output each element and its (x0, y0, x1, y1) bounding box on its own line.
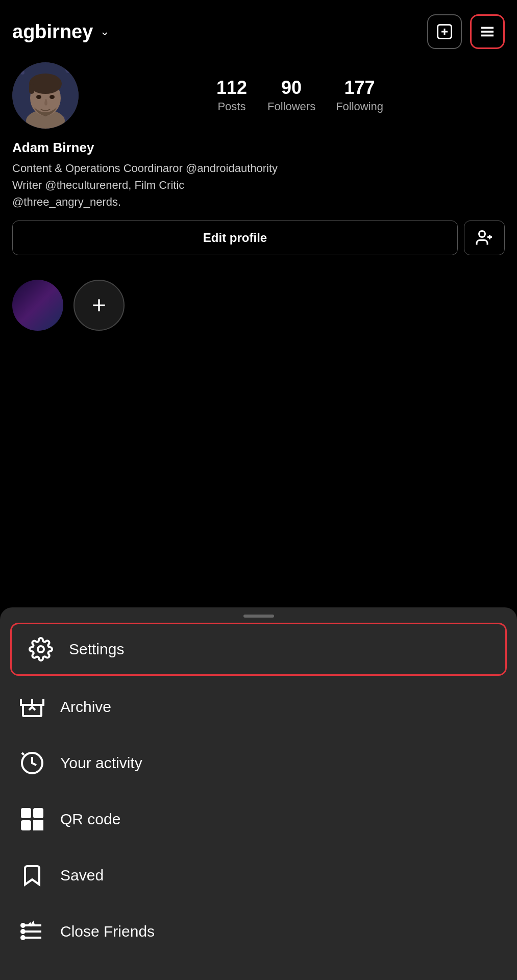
highlight-circle-story[interactable] (12, 280, 63, 331)
followers-stat[interactable]: 90 Followers (267, 78, 315, 113)
add-highlight-icon: + (92, 293, 106, 317)
posts-stat[interactable]: 112 Posts (216, 78, 247, 113)
highlight-story[interactable] (12, 280, 63, 331)
svg-rect-30 (34, 826, 37, 829)
action-buttons: Edit profile (12, 220, 505, 255)
svg-rect-28 (34, 821, 37, 824)
followers-label: Followers (267, 100, 315, 113)
highlight-circle-add[interactable]: + (73, 280, 125, 331)
add-post-button[interactable] (427, 14, 462, 49)
menu-item-close-friends[interactable]: Close Friends (0, 903, 517, 960)
your-activity-label: Your activity (60, 754, 142, 772)
svg-point-14 (36, 95, 41, 99)
following-label: Following (336, 100, 383, 113)
qr-code-icon (18, 805, 46, 833)
archive-label: Archive (60, 698, 111, 716)
username-label[interactable]: agbirney (12, 21, 93, 43)
archive-icon (18, 693, 46, 721)
hamburger-menu-button[interactable] (470, 14, 505, 49)
svg-rect-29 (39, 821, 42, 824)
svg-rect-31 (39, 826, 42, 829)
menu-item-archive[interactable]: Archive (0, 679, 517, 735)
svg-point-8 (65, 67, 71, 73)
chevron-down-icon[interactable]: ⌄ (100, 25, 109, 38)
svg-point-36 (21, 930, 24, 933)
profile-section: 112 Posts 90 Followers 177 Following Ada… (0, 57, 517, 280)
header: agbirney ⌄ (0, 0, 517, 57)
settings-icon (27, 635, 55, 663)
avatar-image (12, 62, 79, 129)
add-person-button[interactable] (464, 220, 505, 255)
bio-line1: Content & Operations Coordinaror @androi… (12, 162, 278, 175)
posts-count: 112 (216, 78, 247, 98)
edit-profile-button[interactable]: Edit profile (12, 220, 458, 255)
svg-rect-13 (29, 84, 34, 94)
close-friends-label: Close Friends (60, 923, 155, 940)
menu-item-saved[interactable]: Saved (0, 847, 517, 903)
svg-point-7 (20, 70, 24, 75)
avatar[interactable] (12, 62, 79, 129)
svg-rect-23 (24, 811, 28, 815)
menu-item-settings[interactable]: Settings (10, 623, 507, 676)
bio-section: Adam Birney Content & Operations Coordin… (12, 140, 505, 210)
svg-point-19 (38, 646, 44, 652)
followers-count: 90 (281, 78, 302, 98)
bottom-sheet: Settings Archive Your activity (0, 607, 517, 980)
following-count: 177 (344, 78, 375, 98)
svg-point-16 (479, 231, 485, 237)
following-stat[interactable]: 177 Following (336, 78, 383, 113)
saved-label: Saved (60, 867, 104, 884)
sheet-handle (243, 615, 274, 618)
hamburger-menu-icon (478, 22, 497, 41)
svg-rect-25 (36, 811, 40, 815)
stats-area: 112 Posts 90 Followers 177 Following (95, 78, 505, 113)
svg-point-37 (21, 936, 24, 939)
bio-line3: @three_angry_nerds. (12, 195, 121, 208)
svg-point-35 (21, 924, 24, 927)
add-post-icon (435, 22, 454, 41)
your-activity-icon (18, 749, 46, 777)
settings-label: Settings (69, 641, 124, 658)
menu-item-qr-code[interactable]: QR code (0, 791, 517, 847)
highlights-section: + (0, 280, 517, 331)
menu-item-your-activity[interactable]: Your activity (0, 735, 517, 791)
add-person-icon (475, 229, 494, 247)
posts-label: Posts (217, 100, 245, 113)
svg-rect-27 (24, 823, 28, 827)
bio-line2: Writer @theculturenerd, Film Critic (12, 179, 184, 191)
saved-icon (18, 862, 46, 889)
highlight-add-new[interactable]: + (73, 280, 125, 331)
display-name: Adam Birney (12, 140, 505, 156)
bio-text: Content & Operations Coordinaror @androi… (12, 160, 505, 210)
svg-point-15 (50, 95, 55, 99)
close-friends-icon (18, 918, 46, 945)
header-icons (427, 14, 505, 49)
profile-top: 112 Posts 90 Followers 177 Following (12, 62, 505, 129)
qr-code-label: QR code (60, 811, 120, 828)
header-left: agbirney ⌄ (12, 21, 109, 43)
